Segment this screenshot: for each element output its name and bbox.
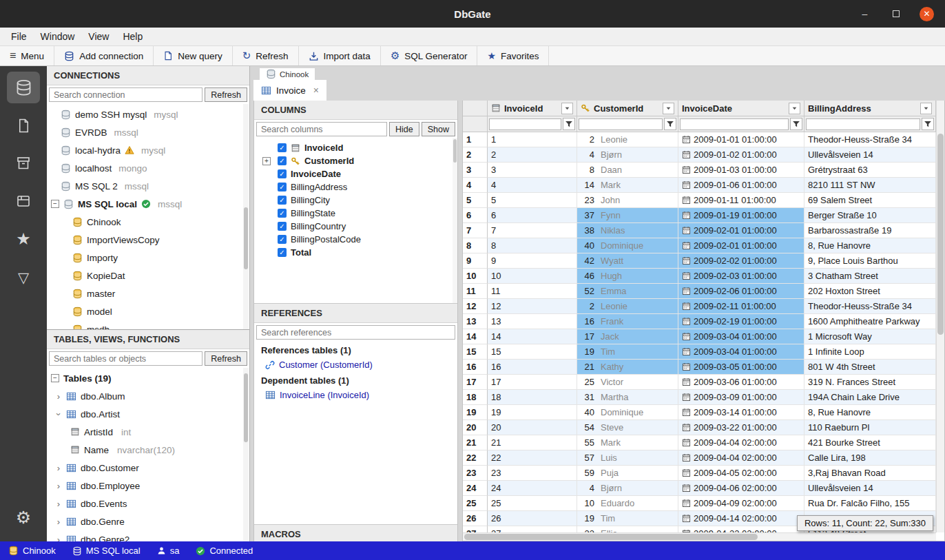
cell-invoicedate[interactable]: 2009-03-06 01:00:00: [678, 375, 804, 390]
cell-billingaddress[interactable]: 202 Hoxton Street: [804, 284, 936, 299]
connection-item-ms-sql-2[interactable]: MS SQL 2mssql: [47, 177, 249, 195]
chevron-right-icon[interactable]: ›: [55, 517, 62, 527]
cell-customerid[interactable]: 4Bjørn: [577, 481, 678, 496]
activity-archive-button[interactable]: [7, 147, 40, 179]
column-toggle-billingstate[interactable]: ✓BillingState: [254, 207, 457, 220]
toolbar-refresh-button[interactable]: ↻Refresh: [233, 46, 299, 65]
cell-billingaddress[interactable]: Ullevålsveien 14: [804, 147, 936, 163]
table-item-dbo-genre2[interactable]: ›dbo.Genre2: [47, 530, 249, 541]
cell-invoicedate[interactable]: 2009-03-14 01:00:00: [678, 405, 804, 420]
cell-customerid[interactable]: 4Bjørn: [577, 147, 678, 163]
cell-billingaddress[interactable]: 1 Microsoft Way: [804, 329, 936, 344]
grid-vertical-scrollbar[interactable]: [936, 101, 944, 532]
cell-billingaddress[interactable]: 194A Chain Lake Drive: [804, 390, 936, 405]
cell-customerid[interactable]: 14Mark: [577, 178, 678, 193]
filter-input-invoicedate[interactable]: [680, 118, 789, 130]
search-references-input[interactable]: [256, 325, 455, 340]
menu-file[interactable]: File: [4, 29, 34, 44]
tab-invoice[interactable]: Invoice ×: [253, 80, 326, 101]
cell-billingaddress[interactable]: Theodor-Heuss-Straße 34: [804, 299, 936, 314]
filter-icon[interactable]: [664, 118, 676, 130]
cell-billingaddress[interactable]: Rua Dr. Falcão Filho, 155: [804, 496, 936, 511]
database-item-msdb[interactable]: msdb: [47, 320, 249, 329]
cell-billingaddress[interactable]: 1 Infinite Loop: [804, 344, 936, 360]
column-toggle-billingpostalcode[interactable]: ✓BillingPostalCode: [254, 233, 457, 246]
column-header-invoiceid[interactable]: InvoiceId: [488, 101, 577, 116]
cell-billingaddress[interactable]: 3,Raj Bhavan Road: [804, 466, 936, 481]
status-sa[interactable]: sa: [149, 541, 188, 560]
grid-horizontal-scrollbar[interactable]: [463, 532, 936, 541]
cell-invoicedate[interactable]: 2009-01-01 01:00:00: [678, 132, 804, 147]
database-item-kopiedat[interactable]: KopieDat: [47, 267, 249, 284]
tables-scrollbar[interactable]: [243, 368, 249, 541]
table-item-dbo-employee[interactable]: ›dbo.Employee: [47, 477, 249, 495]
cell-invoicedate[interactable]: 2009-01-11 01:00:00: [678, 193, 804, 208]
activity-plugins-button[interactable]: [7, 185, 40, 217]
cell-customerid[interactable]: 23John: [577, 193, 678, 208]
chevron-right-icon[interactable]: ›: [55, 463, 62, 473]
checkbox-total[interactable]: ✓: [278, 248, 287, 257]
chevron-right-icon[interactable]: ›: [55, 499, 62, 509]
checkbox-billingpostalcode[interactable]: ✓: [278, 235, 287, 244]
cell-customerid[interactable]: 37Fynn: [577, 208, 678, 223]
status-connected[interactable]: Connected: [187, 541, 261, 560]
cell-billingaddress[interactable]: 8, Rue Hanovre: [804, 238, 936, 253]
cell-invoiceid[interactable]: 9: [488, 253, 577, 269]
database-item-master[interactable]: master: [47, 284, 249, 302]
cell-invoiceid[interactable]: 8: [488, 238, 577, 253]
activity-filters-button[interactable]: ▽: [7, 261, 40, 293]
cell-billingaddress[interactable]: Calle Lira, 198: [804, 450, 936, 466]
database-item-importviewscopy[interactable]: ImportViewsCopy: [47, 231, 249, 249]
cell-customerid[interactable]: 40Dominique: [577, 238, 678, 253]
search-connection-input[interactable]: [49, 87, 202, 102]
cell-invoicedate[interactable]: 2009-04-09 02:00:00: [678, 496, 804, 511]
cell-customerid[interactable]: 10Eduardo: [577, 496, 678, 511]
cell-customerid[interactable]: 55Mark: [577, 435, 678, 450]
cell-invoiceid[interactable]: 16: [488, 360, 577, 375]
hide-button[interactable]: Hide: [389, 122, 419, 136]
table-item-dbo-artist[interactable]: ›dbo.Artist: [47, 405, 249, 423]
menu-help[interactable]: Help: [116, 29, 149, 44]
minimize-button[interactable]: –: [858, 7, 872, 21]
column-toggle-billingcountry[interactable]: ✓BillingCountry: [254, 220, 457, 233]
filter-input-invoiceid[interactable]: [489, 118, 561, 130]
cell-billingaddress[interactable]: 8210 111 ST NW: [804, 178, 936, 193]
connection-item-localhost[interactable]: localhostmongo: [47, 159, 249, 177]
tables-root-item[interactable]: −Tables (19): [47, 369, 249, 387]
cell-customerid[interactable]: 38Niklas: [577, 223, 678, 238]
cell-invoiceid[interactable]: 10: [488, 269, 577, 284]
cell-invoicedate[interactable]: 2009-04-04 02:00:00: [678, 435, 804, 450]
cell-customerid[interactable]: 46Hugh: [577, 269, 678, 284]
activity-favorites-button[interactable]: ★: [7, 223, 40, 255]
cell-customerid[interactable]: 31Martha: [577, 390, 678, 405]
cell-invoiceid[interactable]: 5: [488, 193, 577, 208]
reference-link-invoiceline-invoiceid[interactable]: InvoiceLine (InvoiceId): [254, 388, 457, 402]
search-columns-input[interactable]: [256, 122, 387, 136]
table-item-dbo-album[interactable]: ›dbo.Album: [47, 387, 249, 405]
cell-billingaddress[interactable]: 69 Salem Street: [804, 193, 936, 208]
table-item-dbo-customer[interactable]: ›dbo.Customer: [47, 459, 249, 477]
checkbox-customerid[interactable]: ✓: [278, 156, 287, 165]
chevron-right-icon[interactable]: ›: [55, 481, 62, 491]
cell-billingaddress[interactable]: Grétrystraat 63: [804, 163, 936, 178]
cell-invoiceid[interactable]: 21: [488, 435, 577, 450]
cell-invoicedate[interactable]: 2009-03-05 01:00:00: [678, 360, 804, 375]
cell-invoiceid[interactable]: 18: [488, 390, 577, 405]
cell-customerid[interactable]: 19Tim: [577, 344, 678, 360]
reference-link-customer-customerid[interactable]: Customer (CustomerId): [254, 357, 457, 372]
column-header-billingaddress[interactable]: BillingAddress: [804, 101, 936, 116]
checkbox-billingaddress[interactable]: ✓: [278, 183, 287, 191]
cell-invoiceid[interactable]: 6: [488, 208, 577, 223]
cell-billingaddress[interactable]: Theodor-Heuss-Straße 34: [804, 132, 936, 147]
filter-icon[interactable]: [922, 118, 934, 130]
column-toggle-billingcity[interactable]: ✓BillingCity: [254, 194, 457, 207]
cell-invoiceid[interactable]: 11: [488, 284, 577, 299]
cell-invoiceid[interactable]: 24: [488, 481, 577, 496]
column-menu-button[interactable]: [663, 103, 674, 114]
cell-customerid[interactable]: 40Dominique: [577, 405, 678, 420]
cell-invoicedate[interactable]: 2009-03-09 01:00:00: [678, 390, 804, 405]
cell-invoiceid[interactable]: 17: [488, 375, 577, 390]
filter-input-billingaddress[interactable]: [806, 118, 920, 130]
connections-scrollbar[interactable]: [243, 104, 249, 329]
cell-invoicedate[interactable]: 2009-02-01 01:00:00: [678, 238, 804, 253]
